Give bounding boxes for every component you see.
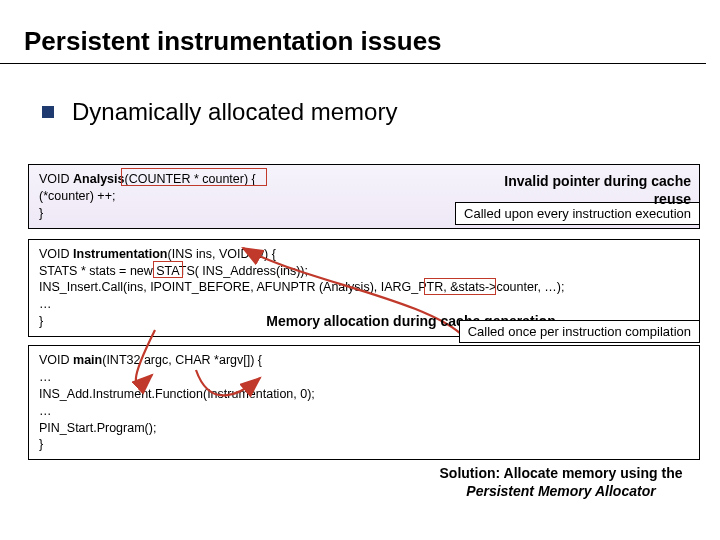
callout-mid: Called once per instruction compilation (459, 320, 700, 343)
highlight-new (153, 261, 183, 278)
bullet-row: Dynamically allocated memory (42, 98, 720, 126)
bullet-square-icon (42, 106, 54, 118)
code-line: } (39, 205, 449, 222)
bullet-text: Dynamically allocated memory (72, 98, 397, 126)
code-line: (*counter) ++; (39, 188, 449, 205)
solution-text: Solution: Allocate memory using the Pers… (426, 464, 696, 500)
code-line: … (39, 369, 689, 386)
highlight-counter-param (121, 168, 267, 186)
code-line: INS_Insert.Call(ins, IPOINT_BEFORE, AFUN… (39, 279, 689, 296)
code-line: STATS * stats = new STATS( INS_Address(i… (39, 263, 689, 280)
code-line: … (39, 403, 689, 420)
code-line: VOID Instrumentation(INS ins, VOID *v) { (39, 246, 689, 263)
highlight-iarg (424, 278, 496, 295)
code-main: VOID main(INT32 argc, CHAR *argv[]) { … … (28, 345, 700, 460)
annotation-invalid-pointer: Invalid pointer during cache reuse (501, 173, 691, 208)
code-line: } (39, 436, 689, 453)
code-line: PIN_Start.Program(); (39, 420, 689, 437)
code-line: INS_Add.Instrument.Function(Instrumentat… (39, 386, 689, 403)
code-line: … (39, 296, 689, 313)
code-line: VOID main(INT32 argc, CHAR *argv[]) { (39, 352, 689, 369)
slide-title: Persistent instrumentation issues (0, 0, 706, 64)
